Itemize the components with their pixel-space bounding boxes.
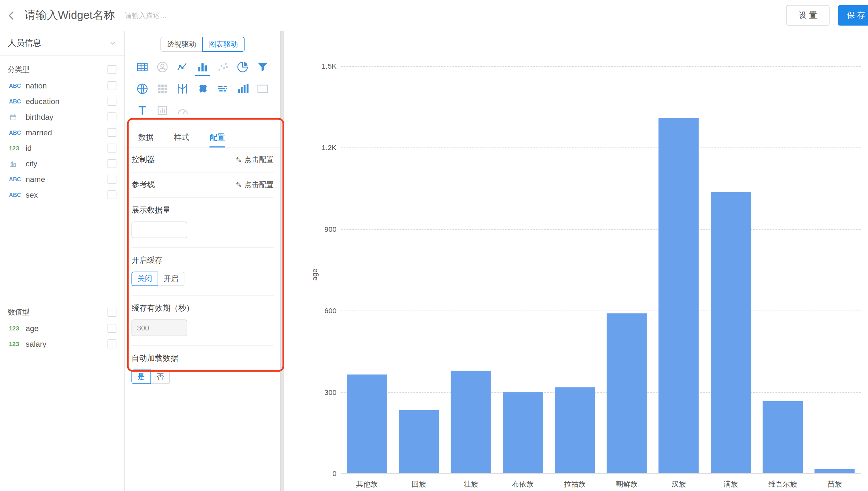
field-row-education[interactable]: ABCeducation (8, 93, 116, 109)
settings-button[interactable]: 设 置 (786, 5, 830, 26)
x-axis-label: 布依族 (497, 479, 549, 489)
section-checkbox-categorical[interactable] (107, 65, 116, 74)
panel-scrollbar[interactable] (280, 31, 284, 491)
number-type-icon: 123 (9, 341, 26, 347)
bar-壮族 (451, 371, 491, 473)
field-row-sex[interactable]: ABCsex (8, 187, 116, 203)
field-checkbox-city[interactable] (107, 159, 116, 168)
section-label: 分类型 (8, 64, 29, 75)
field-checkbox-nation[interactable] (107, 81, 116, 90)
chart-type-iframe-icon[interactable] (253, 80, 273, 97)
chart-type-relation-icon[interactable] (152, 102, 172, 118)
mode-chart-driven[interactable]: 图表驱动 (202, 37, 244, 52)
y-tick-label: 300 (324, 388, 336, 396)
widget-title-input[interactable]: 请输入Widget名称 (25, 8, 115, 23)
field-row-married[interactable]: ABCmarried (8, 124, 116, 140)
mode-pivot-driven[interactable]: 透视驱动 (160, 37, 202, 52)
chart-preview: age 03006009001.2K1.5K 其他族回族壮族布依族拉祜族朝鲜族汉… (284, 31, 868, 491)
x-axis-label: 壮族 (445, 479, 497, 489)
field-row-nation[interactable]: ABCnation (8, 78, 116, 93)
panel-tabs: 数据 样式 配置 (125, 127, 280, 147)
field-row-id[interactable]: 123id (8, 140, 116, 156)
display-count-input[interactable] (131, 222, 187, 238)
controller-config-link[interactable]: ✎ 点击配置 (236, 155, 274, 165)
cache-on-button[interactable]: 开启 (158, 272, 184, 286)
section-checkbox-numeric[interactable] (107, 308, 116, 317)
description-input[interactable] (125, 11, 203, 19)
cache-ttl-input[interactable] (131, 320, 187, 336)
string-type-icon: ABC (9, 129, 26, 135)
number-type-icon: 123 (9, 145, 26, 151)
chart-type-text-icon[interactable] (132, 102, 152, 118)
x-axis-label: 汉族 (653, 479, 705, 489)
pencil-icon: ✎ (236, 155, 242, 164)
field-checkbox-name[interactable] (107, 175, 116, 183)
chart-type-bar-icon[interactable] (192, 58, 213, 75)
chart-type-user-icon[interactable] (152, 58, 172, 75)
config-content: 控制器 ✎ 点击配置 参考线 ✎ 点击配置 展示数据量 开启缓存 (125, 147, 280, 393)
bar-布依族 (503, 392, 543, 473)
field-name: name (26, 175, 45, 183)
autoload-no-button[interactable]: 否 (151, 369, 170, 384)
chart-type-funnel-icon[interactable] (253, 58, 273, 75)
gridline (341, 311, 861, 311)
view-selector[interactable]: 人员信息 (0, 31, 124, 56)
x-axis-label: 苗族 (809, 479, 861, 489)
chart-type-gauge-icon[interactable] (172, 102, 192, 118)
field-row-age[interactable]: 123age (8, 320, 116, 336)
bar-维吾尔族 (763, 401, 803, 473)
gridline (341, 392, 861, 393)
autoload-yes-button[interactable]: 是 (131, 369, 151, 384)
number-type-icon: 123 (9, 325, 26, 332)
y-tick-label: 900 (324, 225, 336, 233)
tab-data[interactable]: 数据 (138, 127, 154, 147)
tab-config[interactable]: 配置 (209, 127, 225, 147)
chart-type-china-map-icon[interactable] (192, 80, 213, 97)
chart-type-parallel-icon[interactable] (172, 80, 192, 97)
field-row-birthday[interactable]: birthday (8, 109, 116, 125)
cache-toggle: 关闭 开启 (131, 272, 274, 286)
field-checkbox-birthday[interactable] (107, 112, 116, 121)
field-row-name[interactable]: ABCname (8, 171, 116, 187)
chart-type-heatmap-icon[interactable] (152, 80, 172, 97)
field-checkbox-id[interactable] (107, 144, 116, 153)
save-button[interactable]: 保 存 (838, 5, 868, 26)
view-name: 人员信息 (8, 38, 41, 49)
chart-type-line-icon[interactable] (172, 58, 192, 75)
chart-config-panel: 透视驱动 图表驱动 数据 样式 配置 控制器 ✎ 点击配置 参考线 ✎ 点击配置 (125, 31, 280, 491)
field-checkbox-education[interactable] (107, 97, 116, 106)
x-axis-label: 维吾尔族 (757, 479, 809, 489)
top-actions: 设 置 保 存 (786, 5, 868, 26)
field-checkbox-age[interactable] (107, 324, 116, 333)
chart-type-globe-icon[interactable] (132, 80, 152, 97)
plot-area (341, 66, 861, 473)
field-checkbox-salary[interactable] (107, 339, 116, 348)
cache-ttl-label: 缓存有效期（秒） (131, 303, 274, 313)
mode-toggle: 透视驱动 图表驱动 (125, 37, 280, 52)
numeric-section: 数值型 123age123salary (0, 298, 124, 351)
display-count-group: 展示数据量 (131, 198, 274, 248)
section-label: 数值型 (8, 307, 29, 317)
y-tick-label: 1.2K (322, 144, 336, 152)
chart-type-waterfall-icon[interactable] (233, 80, 253, 97)
categorical-section: 分类型 ABCnationABCeducationbirthdayABCmarr… (0, 56, 124, 202)
field-checkbox-sex[interactable] (107, 190, 116, 199)
x-axis-label: 其他族 (341, 479, 393, 489)
field-checkbox-married[interactable] (107, 128, 116, 137)
reference-line-label: 参考线 (131, 180, 155, 190)
field-row-salary[interactable]: 123salary (8, 336, 116, 352)
cache-off-button[interactable]: 关闭 (131, 272, 158, 286)
back-button[interactable] (0, 3, 23, 27)
calendar-icon (9, 113, 26, 121)
string-type-icon: ABC (9, 83, 26, 89)
bar-苗族 (815, 469, 855, 473)
chart-type-scatter-icon[interactable] (213, 58, 233, 75)
string-type-icon: ABC (9, 192, 26, 198)
autoload-group: 自动加载数据 是 否 (131, 346, 274, 393)
tab-style[interactable]: 样式 (174, 127, 190, 147)
field-row-city[interactable]: city (8, 156, 116, 171)
chart-type-pie-icon[interactable] (233, 58, 253, 75)
chart-type-table-icon[interactable] (132, 58, 152, 75)
reference-line-config-link[interactable]: ✎ 点击配置 (236, 180, 274, 190)
chart-type-word-cloud-icon[interactable] (213, 80, 233, 97)
